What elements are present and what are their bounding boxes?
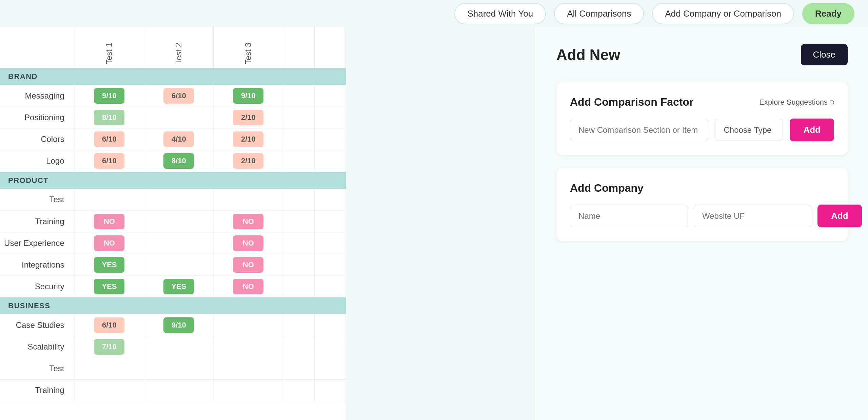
panel-header: Add New Close (556, 44, 848, 65)
cell[interactable]: 8/10 (75, 107, 144, 128)
label-column-header (0, 27, 75, 68)
cell[interactable] (214, 314, 283, 336)
cell-value: NO (94, 235, 124, 251)
cell[interactable]: NO (75, 232, 144, 254)
cell[interactable]: YES (75, 276, 144, 297)
row-label: Positioning (0, 107, 75, 128)
cell[interactable]: 6/10 (75, 128, 144, 150)
cell[interactable] (314, 232, 346, 254)
cell[interactable] (283, 336, 314, 358)
row-label: Scalability (0, 336, 75, 358)
cell[interactable]: YES (75, 254, 144, 276)
cell[interactable] (314, 128, 346, 150)
table-row: Test (0, 358, 346, 379)
cell[interactable]: 6/10 (144, 85, 214, 107)
cell[interactable] (314, 358, 346, 379)
cell[interactable] (75, 358, 144, 379)
add-comparison-factor-button[interactable]: Add (790, 119, 834, 141)
add-company-button-panel[interactable]: Add (817, 205, 862, 227)
cell[interactable] (314, 314, 346, 336)
comparison-factor-input[interactable] (570, 119, 708, 141)
cell[interactable]: NO (75, 211, 144, 232)
cell[interactable]: YES (144, 276, 214, 297)
cell[interactable] (314, 85, 346, 107)
explore-suggestions-link[interactable]: Explore Suggestions (759, 98, 834, 107)
add-company-button[interactable]: Add Company or Comparison (652, 3, 794, 24)
cell[interactable] (214, 358, 283, 379)
cell[interactable] (283, 358, 314, 379)
row-label: Logo (0, 150, 75, 172)
cell[interactable] (144, 254, 214, 276)
cell[interactable] (314, 189, 346, 211)
cell[interactable] (214, 189, 283, 211)
cell[interactable] (283, 189, 314, 211)
table-row: SecurityYESYESNO (0, 276, 346, 297)
cell[interactable] (283, 211, 314, 232)
cell[interactable]: NO (214, 276, 283, 297)
cell[interactable] (144, 211, 214, 232)
cell[interactable] (283, 232, 314, 254)
section-label: BRAND (0, 68, 346, 85)
cell[interactable] (314, 211, 346, 232)
cell[interactable] (314, 150, 346, 172)
cell[interactable] (75, 379, 144, 401)
cell[interactable] (314, 276, 346, 297)
cell[interactable] (314, 336, 346, 358)
cell[interactable]: NO (214, 211, 283, 232)
table-row: TrainingNONO (0, 211, 346, 232)
cell[interactable]: 9/10 (75, 85, 144, 107)
cell[interactable]: 2/10 (214, 128, 283, 150)
type-select[interactable]: Choose Type (715, 119, 783, 141)
table-row: Case Studies6/109/10 (0, 314, 346, 336)
cell[interactable]: 2/10 (214, 150, 283, 172)
cell-value: NO (233, 235, 263, 251)
cell[interactable] (283, 128, 314, 150)
cell[interactable] (144, 379, 214, 401)
cell[interactable] (214, 336, 283, 358)
cell-value: NO (233, 257, 263, 273)
cell[interactable] (283, 150, 314, 172)
ready-button[interactable]: Ready (802, 3, 854, 24)
cell[interactable] (75, 189, 144, 211)
table-container: Test 1 Test 2 Test 3 BRANDMessaging9/ (0, 27, 346, 420)
cell[interactable] (283, 107, 314, 128)
cell[interactable] (283, 85, 314, 107)
cell[interactable]: NO (214, 232, 283, 254)
cell[interactable]: 2/10 (214, 107, 283, 128)
section-row: BUSINESS (0, 297, 346, 315)
cell[interactable] (144, 107, 214, 128)
table-row: Scalability7/10 (0, 336, 346, 358)
cell-value: NO (233, 214, 263, 229)
comparison-table: Test 1 Test 2 Test 3 BRANDMessaging9/ (0, 27, 346, 401)
cell[interactable] (283, 379, 314, 401)
table-row: Test (0, 189, 346, 211)
cell-value: 8/10 (94, 110, 124, 125)
cell[interactable] (314, 107, 346, 128)
cell[interactable]: 7/10 (75, 336, 144, 358)
cell[interactable] (144, 336, 214, 358)
cell[interactable] (314, 379, 346, 401)
cell[interactable]: 9/10 (144, 314, 214, 336)
close-button[interactable]: Close (801, 44, 848, 65)
cell[interactable]: 6/10 (75, 150, 144, 172)
cell[interactable]: 9/10 (214, 85, 283, 107)
cell[interactable] (283, 314, 314, 336)
website-input[interactable] (694, 205, 812, 227)
all-comparisons-button[interactable]: All Comparisons (554, 3, 644, 24)
cell[interactable]: 6/10 (75, 314, 144, 336)
cell[interactable] (144, 358, 214, 379)
row-label: Training (0, 211, 75, 232)
cell[interactable] (283, 254, 314, 276)
cell[interactable] (144, 189, 214, 211)
cell[interactable] (144, 232, 214, 254)
company-name-input[interactable] (570, 205, 688, 227)
cell[interactable]: 8/10 (144, 150, 214, 172)
shared-with-you-button[interactable]: Shared With You (454, 3, 546, 24)
cell[interactable] (314, 254, 346, 276)
cell[interactable]: 4/10 (144, 128, 214, 150)
cell[interactable]: NO (214, 254, 283, 276)
cell[interactable] (283, 276, 314, 297)
cell[interactable] (214, 379, 283, 401)
panel-title: Add New (556, 46, 620, 63)
add-company-header: Add Company (570, 182, 834, 194)
